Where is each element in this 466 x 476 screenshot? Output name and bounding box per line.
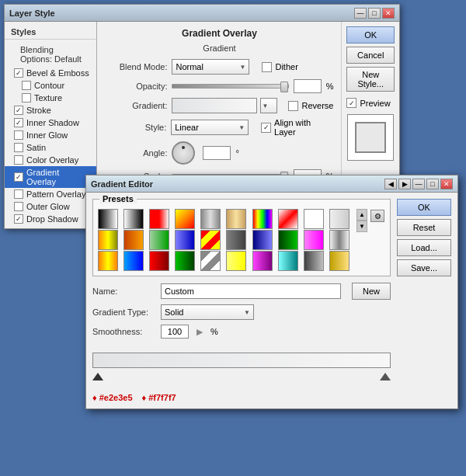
gradient-preview[interactable] (172, 98, 257, 113)
ge-load-button[interactable]: Load... (397, 239, 451, 256)
color-overlay-checkbox[interactable] (14, 155, 23, 165)
bevel-checkbox[interactable] (14, 68, 23, 78)
sidebar-item-outer-glow[interactable]: Outer Glow (5, 200, 96, 213)
preset-swatch-26[interactable] (226, 251, 246, 271)
inner-shadow-checkbox[interactable] (14, 118, 23, 127)
preset-swatch-4[interactable] (175, 209, 195, 229)
preset-swatch-15[interactable] (200, 230, 221, 250)
maximize-btn[interactable]: □ (368, 8, 381, 19)
pattern-overlay-checkbox[interactable] (14, 189, 23, 199)
ge-prev-btn[interactable]: ◀ (384, 179, 397, 189)
preset-swatch-19[interactable] (304, 230, 324, 250)
scroll-down-btn[interactable]: ▼ (357, 221, 367, 231)
drop-shadow-checkbox[interactable] (14, 214, 23, 224)
smoothness-stepper[interactable]: ▶ (196, 327, 203, 337)
bevel-label: Bevel & Emboss (26, 68, 89, 78)
ge-save-button[interactable]: Save... (397, 259, 451, 276)
preset-swatch-11[interactable] (98, 230, 118, 250)
new-gradient-button[interactable]: New (352, 283, 391, 300)
preset-swatch-30[interactable] (329, 251, 350, 271)
preset-swatch-21[interactable] (98, 251, 118, 271)
satin-checkbox[interactable] (14, 143, 23, 152)
preset-swatch-27[interactable] (252, 251, 273, 271)
opacity-slider-track[interactable] (172, 84, 288, 89)
preset-swatch-20[interactable] (329, 230, 350, 250)
align-layer-checkbox[interactable] (261, 123, 271, 133)
preset-swatch-13[interactable] (149, 230, 169, 250)
sidebar-item-contour[interactable]: Contour (5, 79, 96, 92)
cancel-button[interactable]: Cancel (346, 47, 395, 64)
preset-swatch-8[interactable] (278, 209, 298, 229)
sidebar-item-bevel[interactable]: Bevel & Emboss (5, 67, 96, 79)
preset-swatch-5[interactable] (200, 209, 221, 229)
preset-swatch-17[interactable] (252, 230, 273, 250)
sidebar-item-inner-glow[interactable]: Inner Glow (5, 129, 96, 141)
preview-checkbox[interactable] (346, 98, 356, 108)
inner-glow-checkbox[interactable] (14, 130, 23, 140)
gradient-bar-wrapper (92, 345, 391, 380)
ge-minimize-btn[interactable]: — (412, 179, 425, 189)
minimize-btn[interactable]: — (354, 8, 367, 19)
ok-button[interactable]: OK (346, 26, 395, 43)
ge-ok-button[interactable]: OK (397, 199, 451, 216)
sidebar-item-gradient-overlay[interactable]: Gradient Overlay (5, 166, 96, 188)
gear-icon[interactable]: ⚙ (370, 210, 384, 222)
preset-swatch-16[interactable] (226, 230, 246, 250)
preset-swatch-10[interactable] (329, 209, 350, 229)
gradient-dropdown-btn[interactable]: ▼ (260, 98, 277, 113)
contour-checkbox[interactable] (22, 81, 31, 90)
opacity-slider-thumb[interactable] (280, 82, 288, 92)
stop-left[interactable] (92, 373, 103, 380)
preset-swatch-29[interactable] (304, 251, 324, 271)
reverse-checkbox[interactable] (288, 101, 298, 111)
style-row: Style: Linear ▼ Align with Layer (105, 118, 333, 137)
preset-swatch-22[interactable] (123, 251, 144, 271)
stroke-checkbox[interactable] (14, 106, 23, 115)
preset-swatch-9[interactable] (304, 209, 324, 229)
preset-swatch-1[interactable] (98, 209, 118, 229)
ge-close-btn[interactable]: ✕ (440, 179, 453, 189)
smoothness-input[interactable] (161, 325, 189, 339)
scroll-up-btn[interactable]: ▲ (357, 210, 367, 221)
gradient-overlay-checkbox[interactable] (14, 172, 23, 182)
sidebar-item-inner-shadow[interactable]: Inner Shadow (5, 116, 96, 129)
color-stops-info: ♦ #e2e3e5 ♦ #f7f7f7 (92, 393, 391, 402)
ge-next-btn[interactable]: ▶ (398, 179, 411, 189)
style-dropdown[interactable]: Linear ▼ (171, 120, 249, 135)
blend-mode-dropdown[interactable]: Normal ▼ (172, 59, 249, 75)
new-style-button[interactable]: New Style... (346, 67, 395, 92)
preset-swatch-23[interactable] (149, 251, 169, 271)
name-input[interactable] (161, 283, 341, 299)
preset-swatch-3[interactable] (149, 209, 169, 229)
stop-right[interactable] (380, 373, 391, 380)
ge-reset-button[interactable]: Reset (397, 219, 451, 236)
gradient-bar[interactable] (92, 353, 391, 368)
dither-checkbox[interactable] (262, 62, 272, 72)
close-btn[interactable]: ✕ (382, 8, 395, 19)
preset-swatch-28[interactable] (278, 251, 298, 271)
gradient-type-dropdown[interactable]: Solid ▼ (161, 304, 254, 320)
sidebar-item-texture[interactable]: Texture (5, 92, 96, 104)
name-label: Name: (92, 287, 155, 296)
sidebar-item-satin[interactable]: Satin (5, 141, 96, 154)
sidebar-item-blending[interactable]: Blending Options: Default (5, 42, 96, 67)
sidebar-item-pattern-overlay[interactable]: Pattern Overlay (5, 188, 96, 200)
preset-swatch-14[interactable] (175, 230, 195, 250)
preset-swatch-25[interactable] (200, 251, 221, 271)
sidebar-item-drop-shadow[interactable]: Drop Shadow (5, 213, 96, 225)
preset-swatch-12[interactable] (123, 230, 144, 250)
angle-dial[interactable] (172, 141, 195, 165)
preset-swatch-24[interactable] (175, 251, 195, 271)
angle-input[interactable]: 90 (203, 146, 231, 160)
ge-maximize-btn[interactable]: □ (426, 179, 439, 189)
color-overlay-label: Color Overlay (26, 155, 78, 165)
preset-swatch-6[interactable] (226, 209, 246, 229)
outer-glow-checkbox[interactable] (14, 202, 23, 211)
opacity-input[interactable]: 100 (294, 79, 322, 93)
preset-swatch-7[interactable] (252, 209, 273, 229)
sidebar-item-color-overlay[interactable]: Color Overlay (5, 154, 96, 166)
preset-swatch-2[interactable] (123, 209, 144, 229)
sidebar-item-stroke[interactable]: Stroke (5, 104, 96, 116)
texture-checkbox[interactable] (22, 93, 31, 102)
preset-swatch-18[interactable] (278, 230, 298, 250)
